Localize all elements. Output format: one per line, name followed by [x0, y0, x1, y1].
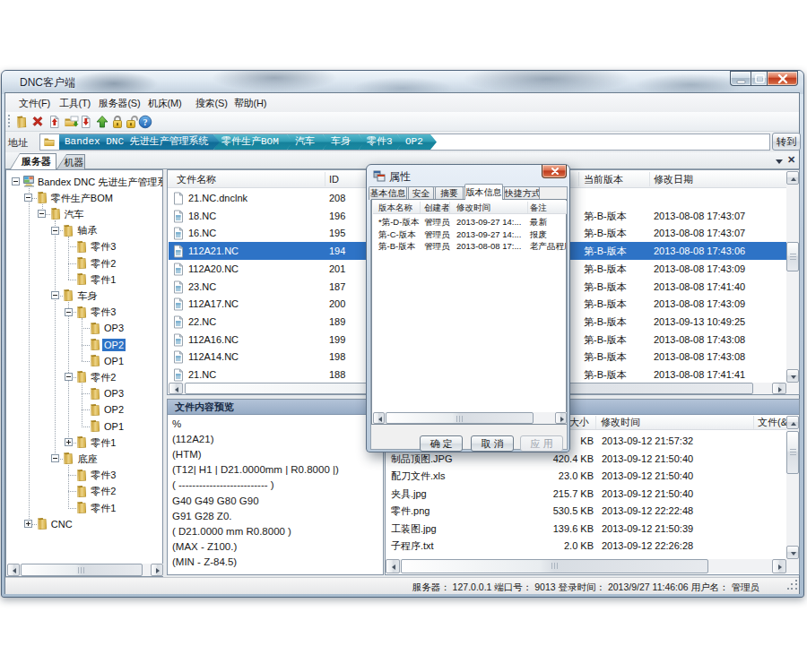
- version-row-1[interactable]: *第-D-版本管理员2013-09-27 14:...最新: [373, 216, 566, 228]
- version-column-1[interactable]: 版本名称: [378, 201, 412, 214]
- breadcrumb-segment-2[interactable]: 零件生产BOM: [213, 134, 293, 150]
- tree-item-OP3[interactable]: OP3: [6, 320, 162, 336]
- close-button[interactable]: [768, 71, 798, 86]
- attachments-vertical-scrollbar[interactable]: [786, 416, 799, 559]
- collapse-icon[interactable]: [65, 373, 73, 381]
- tree-item-label[interactable]: 零件2: [89, 485, 117, 497]
- toolbar-file-download-icon[interactable]: [78, 114, 94, 130]
- tree-item-零件1[interactable]: 零件1: [6, 271, 162, 288]
- tree-item-label[interactable]: 零件2: [89, 371, 117, 383]
- version-column-4[interactable]: 备注: [530, 201, 547, 214]
- address-input[interactable]: Bandex DNC 先进生产管理系统零件生产BOM汽车车身零件3OP2: [39, 134, 770, 151]
- scroll-left-arrow[interactable]: [386, 559, 400, 573]
- dialog-tab-4[interactable]: 版本信息: [464, 184, 503, 200]
- menu-item-3[interactable]: 服务器(S): [95, 96, 143, 110]
- tree-item-label[interactable]: 零件1: [89, 273, 117, 286]
- tree-item-零件生产BOM[interactable]: 零件生产BOM: [6, 190, 162, 206]
- tree-item-label[interactable]: 零件3: [89, 306, 117, 318]
- file-list-vertical-scrollbar[interactable]: [786, 171, 799, 383]
- collapse-icon[interactable]: [51, 227, 59, 235]
- tree-item-label[interactable]: 零件2: [89, 257, 117, 270]
- breadcrumb-segment-5[interactable]: 零件3: [359, 134, 404, 150]
- tree-item-label[interactable]: CNC: [49, 518, 74, 530]
- version-row-2[interactable]: 第-C-版本管理员2013-09-27 14:...报废: [373, 228, 566, 241]
- scrollbar-thumb[interactable]: [786, 431, 799, 474]
- tree-item-OP1[interactable]: OP1: [6, 353, 162, 369]
- scroll-right-arrow[interactable]: [772, 383, 786, 394]
- collapse-icon[interactable]: [24, 194, 32, 202]
- menu-item-4[interactable]: 机床(M): [144, 96, 186, 110]
- tree-item-label[interactable]: 轴承: [75, 224, 99, 237]
- toolbar-file-upload-icon[interactable]: [47, 114, 63, 130]
- scrollbar-thumb[interactable]: [21, 564, 143, 576]
- file-list-column-1[interactable]: 文件名称: [177, 170, 216, 188]
- attachment-row-工装图.jpg[interactable]: 工装图.jpg139.6 KB2013-09-12 21:50:39: [386, 521, 786, 538]
- version-column-2[interactable]: 创建者: [424, 201, 450, 214]
- dock-tab-1[interactable]: 服务器: [10, 153, 56, 169]
- attachment-row-配刀文件.xls[interactable]: 配刀文件.xls23.0 KB2013-09-12 21:50:40: [386, 468, 786, 486]
- file-list-column-2[interactable]: ID: [329, 170, 339, 188]
- collapse-icon[interactable]: [51, 291, 59, 299]
- tree-item-零件2[interactable]: 零件2: [6, 255, 162, 271]
- cancel-button[interactable]: 取 消: [471, 435, 514, 452]
- dialog-tab-2[interactable]: 安全: [408, 186, 434, 200]
- tree-item-零件3[interactable]: 零件3: [6, 467, 162, 483]
- dialog-close-button[interactable]: [542, 165, 567, 178]
- scroll-right-arrow[interactable]: [555, 412, 567, 424]
- go-button[interactable]: 转到: [772, 133, 801, 151]
- tree-item-零件1[interactable]: 零件1: [6, 500, 162, 516]
- dialog-tab-5[interactable]: 快捷方式: [504, 186, 540, 200]
- breadcrumb-segment-4[interactable]: 车身: [323, 134, 365, 150]
- tree-item-零件3[interactable]: 零件3: [6, 238, 162, 254]
- collapse-icon[interactable]: [38, 210, 46, 218]
- scroll-left-arrow[interactable]: [7, 564, 20, 576]
- tree-item-label[interactable]: 汽车: [63, 208, 86, 220]
- menu-item-1[interactable]: 文件(F): [15, 96, 54, 110]
- scroll-right-arrow[interactable]: [151, 564, 163, 576]
- tree-horizontal-scrollbar[interactable]: [7, 564, 163, 576]
- breadcrumb-segment-3[interactable]: 汽车: [287, 134, 329, 150]
- restore-button[interactable]: [751, 71, 768, 86]
- scroll-down-arrow[interactable]: [786, 369, 799, 383]
- scroll-left-arrow[interactable]: [169, 383, 183, 394]
- tree-item-Bandex DNC 先进生产管理系统[interactable]: Bandex DNC 先进生产管理系统: [6, 174, 162, 190]
- collapse-icon[interactable]: [65, 308, 73, 316]
- tree-item-label[interactable]: OP1: [102, 420, 126, 433]
- tree-item-OP3[interactable]: OP3: [6, 385, 162, 401]
- attachment-row-夹具.jpg[interactable]: 夹具.jpg215.7 KB2013-09-12 21:50:40: [386, 486, 786, 504]
- attachments-column-size[interactable]: 大小: [569, 415, 589, 430]
- minimize-button[interactable]: [730, 71, 751, 86]
- tree-item-零件1[interactable]: 零件1: [6, 435, 162, 451]
- version-column-3[interactable]: 修改时间: [456, 201, 490, 214]
- dialog-tab-1[interactable]: 基本信息: [369, 186, 407, 200]
- toolbar-help-icon[interactable]: ?: [137, 114, 153, 130]
- toolbar-delete-icon[interactable]: [30, 114, 46, 130]
- attachment-row-子程序.txt[interactable]: 子程序.txt2.0 KB2013-09-12 22:26:28: [386, 538, 786, 556]
- collapse-icon[interactable]: [51, 454, 59, 462]
- tree-item-label[interactable]: OP2: [102, 403, 126, 416]
- tree-item-零件3[interactable]: 零件3: [6, 304, 162, 320]
- tree-item-label[interactable]: OP3: [102, 322, 126, 334]
- tree-item-label[interactable]: OP1: [102, 355, 126, 367]
- tree-item-label[interactable]: 底座: [75, 452, 99, 465]
- tree-item-label[interactable]: 零件3: [89, 469, 117, 481]
- dock-tab-2[interactable]: 机器: [56, 154, 85, 169]
- attachments-column-file[interactable]: 文件(&F): [758, 415, 786, 430]
- tree-item-汽车[interactable]: 汽车: [6, 206, 162, 222]
- scrollbar-thumb[interactable]: [786, 242, 799, 271]
- scroll-left-arrow[interactable]: [373, 412, 385, 424]
- menu-item-5[interactable]: 搜索(S): [192, 96, 231, 110]
- panel-close-icon[interactable]: ✕: [787, 154, 795, 166]
- tree-item-零件2[interactable]: 零件2: [6, 369, 162, 385]
- collapse-icon[interactable]: [12, 177, 20, 185]
- tree-item-OP2[interactable]: OP2: [6, 401, 162, 418]
- toolbar-folder-receive-icon[interactable]: [63, 114, 79, 130]
- file-list-column-4[interactable]: 修改日期: [654, 170, 693, 188]
- scroll-right-arrow[interactable]: [772, 559, 786, 573]
- tree-item-轴承[interactable]: 轴承: [6, 222, 162, 238]
- breadcrumb-segment-1[interactable]: Bandex DNC 先进生产管理系统: [59, 134, 220, 150]
- file-list-column-3[interactable]: 当前版本: [584, 170, 623, 188]
- tree-item-车身[interactable]: 车身: [6, 288, 162, 304]
- attachments-column-modified[interactable]: 修改时间: [601, 415, 640, 430]
- dialog-horizontal-scrollbar[interactable]: [373, 412, 567, 424]
